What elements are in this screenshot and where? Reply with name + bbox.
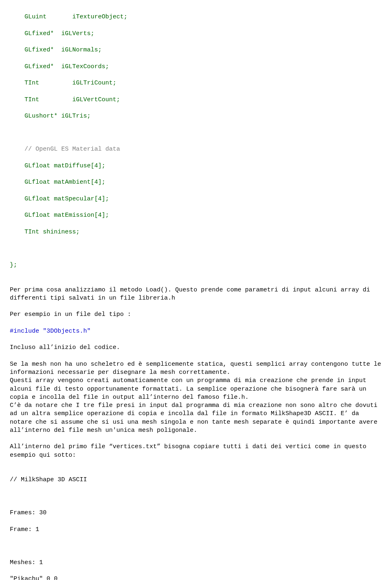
code-line: GLfixed* iGLTexCoords; xyxy=(10,63,382,71)
code-line: // MilkShape 3D ASCII xyxy=(10,476,382,484)
paragraph: Incluso all’inizio del codice. xyxy=(10,344,382,352)
code-line: "Pikachu" 0 0 xyxy=(10,575,382,580)
paragraph: C’è da notare che I tre file presi in in… xyxy=(10,402,382,435)
code-line: GLfloat matAmbient[4]; xyxy=(10,178,382,187)
paragraph: Se la mesh non ha uno scheletro ed è sem… xyxy=(10,360,382,377)
code-line: GLushort* iGLTris; xyxy=(10,112,382,120)
code-line: TInt iGLTriCount; xyxy=(10,79,382,87)
code-line: Meshes: 1 xyxy=(10,559,382,567)
code-line: Frames: 30 xyxy=(10,509,382,517)
code-block-struct: GLuint iTextureObject; GLfixed* iGLVerts… xyxy=(10,5,382,278)
code-line: GLfixed* iGLNormals; xyxy=(10,46,382,54)
code-line: GLfloat matSpecular[4]; xyxy=(10,195,382,203)
code-struct-end: }; xyxy=(10,261,382,269)
code-comment: // OpenGL ES Material data xyxy=(10,145,382,153)
code-line: Frame: 1 xyxy=(10,526,382,534)
code-line: GLfixed* iGLVerts; xyxy=(10,30,382,38)
code-block-milkshape: // MilkShape 3D ASCII Frames: 30 Frame: … xyxy=(10,468,382,580)
include-directive: #include "3DObjects.h" xyxy=(10,327,382,336)
code-line: TInt iGLVertCount; xyxy=(10,96,382,104)
code-line: GLfloat matEmission[4]; xyxy=(10,211,382,220)
paragraph: Per esempio in un file del tipo : xyxy=(10,311,382,319)
code-line: GLfloat matDiffuse[4]; xyxy=(10,162,382,170)
paragraph: Per prima cosa analizziamo il metodo Loa… xyxy=(10,286,382,303)
paragraph: Questi array vengono creati automaticame… xyxy=(10,377,382,402)
code-line: TInt shininess; xyxy=(10,228,382,236)
code-line: GLuint iTextureObject; xyxy=(10,13,382,21)
paragraph: All’interno del primo file “vertices.txt… xyxy=(10,443,382,460)
